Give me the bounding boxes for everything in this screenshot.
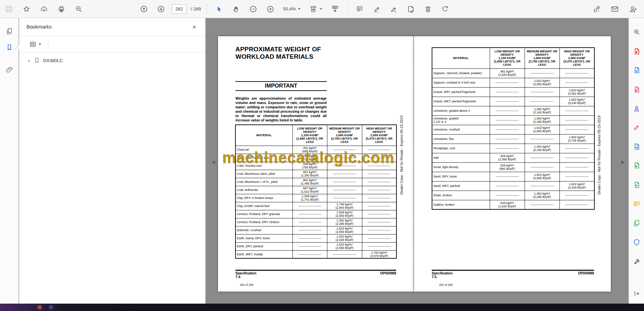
material-cell: Sand, DRY, loose xyxy=(432,172,490,181)
footer-section: Specification xyxy=(235,271,256,275)
value-cell: 1,202 kg/m³(2,025 lb/yd³) xyxy=(327,234,362,242)
value-cell: ----------------------- xyxy=(362,202,396,210)
value-cell: ----------------------- xyxy=(490,87,525,97)
page-indicator: 283 of 289 xyxy=(439,283,452,287)
rotate-pages-icon[interactable] xyxy=(439,3,451,15)
value-cell: ----------------------- xyxy=(490,106,525,115)
table-row: Limestone, graded 1-1/2 or 2------------… xyxy=(432,115,594,125)
page-spread-divider xyxy=(414,36,414,292)
share-link-icon[interactable] xyxy=(590,3,603,15)
fit-width-button[interactable] xyxy=(307,3,324,15)
collapse-pane-icon[interactable] xyxy=(633,290,641,298)
document-view[interactable]: ◀ ▶ APPROXIMATE WEIGHT OF WORKLOAD MATER… xyxy=(206,18,628,304)
taskbar-app-icon[interactable] xyxy=(49,305,53,309)
material-cell: Clay, DRY, in broken lumps xyxy=(235,194,292,202)
hand-tool-icon[interactable] xyxy=(230,3,243,15)
export-data-icon[interactable] xyxy=(633,181,641,189)
zoom-level-select[interactable]: 50,4% xyxy=(281,3,303,15)
print-icon[interactable] xyxy=(55,3,68,15)
value-cell: ----------------------- xyxy=(490,144,525,153)
zoom-in-icon[interactable] xyxy=(264,3,277,15)
page-footer: Specification OP000988 7-4 xyxy=(235,270,396,279)
dealer-copy-watermark-text: Dealer Copy - Not for Resale - Expires 0… xyxy=(597,94,601,195)
attachments-icon[interactable] xyxy=(3,63,16,76)
next-page-arrow-icon[interactable]: ▶ xyxy=(621,159,625,165)
value-cell: ----------------------- xyxy=(559,162,594,172)
table-row: Limestone, graded above 2---------------… xyxy=(432,106,594,115)
value-cell: ----------------------- xyxy=(292,250,327,258)
edit-pdf-icon[interactable] xyxy=(633,86,641,94)
bookmark-item-dx380lc[interactable]: › DX380LC xyxy=(28,57,205,63)
table-row: Coal, bituminous r. of m., piled881 kg/m… xyxy=(235,178,396,186)
value-cell: 1,506 kg/m³(2,583 lb/yd³) xyxy=(327,210,362,218)
close-icon[interactable]: × xyxy=(189,22,199,32)
table-row: Dolomite, crushed-----------------------… xyxy=(235,226,396,234)
protect-icon[interactable] xyxy=(633,238,641,246)
material-cell: Gravel, DRY, packed fragments xyxy=(432,87,490,97)
value-cell: ----------------------- xyxy=(525,97,559,106)
star-icon[interactable] xyxy=(20,3,33,15)
previous-page-icon[interactable] xyxy=(138,3,150,15)
scrolling-mode-icon[interactable] xyxy=(329,3,341,15)
value-cell: 1,522 kg/m³(2,565 lb/yd³) xyxy=(327,242,362,250)
expand-chevron-icon[interactable]: › xyxy=(28,58,30,63)
highlighter-icon[interactable] xyxy=(370,3,383,15)
fill-sign-icon[interactable] xyxy=(633,123,641,131)
page-thumbnails-icon[interactable] xyxy=(3,25,16,38)
taskbar-app-icon[interactable] xyxy=(38,305,42,309)
value-cell: ----------------------- xyxy=(559,172,594,181)
value-cell: 529 kg/m³(891 lb/yd³) xyxy=(490,162,525,172)
more-tools-icon[interactable] xyxy=(633,258,641,266)
material-cell: Earth, loamy, DRY, loose xyxy=(235,234,292,242)
bookmark-label: DX380LC xyxy=(43,58,63,63)
footer-doc-code: OP000988 xyxy=(380,271,396,275)
save-icon[interactable] xyxy=(3,3,15,15)
page-number-input[interactable] xyxy=(172,4,186,14)
taskbar[interactable] xyxy=(0,304,644,311)
material-cell: Gypsum, crushed to 3 inch size xyxy=(432,78,490,87)
value-cell: ----------------------- xyxy=(559,144,594,153)
fit-width-icon xyxy=(309,3,318,15)
value-cell: ----------------------- xyxy=(559,191,594,200)
upload-cloud-icon[interactable] xyxy=(38,3,50,15)
select-tool-icon[interactable] xyxy=(213,3,225,15)
value-cell: ----------------------- xyxy=(490,134,525,144)
share-icon[interactable] xyxy=(633,104,641,112)
find-tools-icon[interactable] xyxy=(633,28,641,36)
value-cell: ----------------------- xyxy=(362,186,396,194)
value-cell: 881 kg/m³(1,485 lb/yd³) xyxy=(292,178,327,186)
bookmarks-panel-icon[interactable] xyxy=(3,41,16,54)
export-pdf-icon[interactable] xyxy=(633,47,641,55)
material-cell: Dolomite, crushed xyxy=(235,226,292,234)
footer-page-ref: 7-5 xyxy=(432,275,594,279)
weights-table-right: MATERIALLOW WEIGHT OR DENSITY1,100 KG/M³… xyxy=(432,47,595,210)
next-page-icon[interactable] xyxy=(155,3,167,15)
table-row: Shale, broken-----------------------1,36… xyxy=(432,191,594,200)
edit-page-icon[interactable] xyxy=(405,3,417,15)
organize-pages-icon[interactable] xyxy=(633,219,641,227)
toolbar-separator xyxy=(347,4,347,14)
value-cell: 1,602 kg/m³(2,705 lb/yd³) xyxy=(559,134,594,144)
comment-icon[interactable] xyxy=(633,200,641,208)
value-cell: ----------------------- xyxy=(559,106,594,115)
table-row: Sand, WET, packed-----------------------… xyxy=(432,181,594,191)
import-data-icon[interactable] xyxy=(633,161,641,169)
material-cell: Cement, Portland, DRY clinkers xyxy=(235,218,292,226)
bookmark-options-icon[interactable] xyxy=(26,39,44,50)
table-row: Clay, DAMP, natural bed-----------------… xyxy=(235,202,396,210)
sign-pen-icon[interactable] xyxy=(387,3,400,15)
search-icon[interactable] xyxy=(72,3,85,15)
value-cell: 929 kg/m³(1,566 lb/yd³) xyxy=(490,153,525,162)
chevron-down-icon xyxy=(39,44,41,45)
delete-pages-icon[interactable] xyxy=(422,3,434,15)
table-row: Phosphate, rock-----------------------1,… xyxy=(432,144,594,153)
email-icon[interactable] xyxy=(608,3,621,15)
create-pdf-icon[interactable] xyxy=(633,66,641,74)
comment-bubble-icon[interactable] xyxy=(353,3,366,15)
send-review-icon[interactable] xyxy=(633,143,641,151)
header-density-medium: MEDIUM WEIGHT OR DENSITY1,600 KG/M³(2,70… xyxy=(525,48,559,68)
pdf-page-283: MATERIALLOW WEIGHT OR DENSITY1,100 KG/M³… xyxy=(414,36,611,292)
invite-people-icon[interactable] xyxy=(627,3,639,15)
value-cell: ----------------------- xyxy=(490,78,525,87)
zoom-out-icon[interactable] xyxy=(247,3,260,15)
